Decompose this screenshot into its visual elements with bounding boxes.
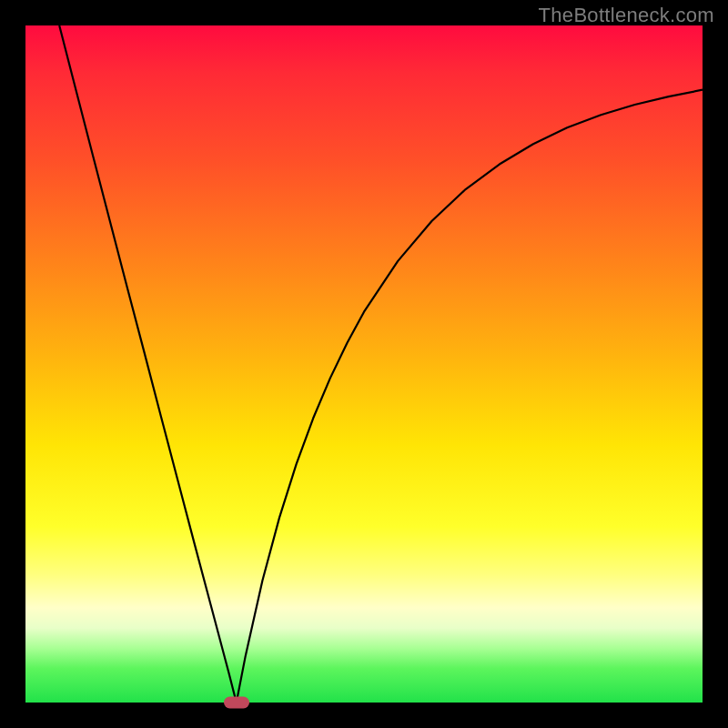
- bottleneck-curve: [25, 25, 703, 703]
- plot-area: [25, 25, 703, 703]
- chart-frame: TheBottleneck.com: [0, 0, 728, 728]
- watermark-text: TheBottleneck.com: [539, 4, 714, 27]
- minimum-marker: [224, 697, 249, 709]
